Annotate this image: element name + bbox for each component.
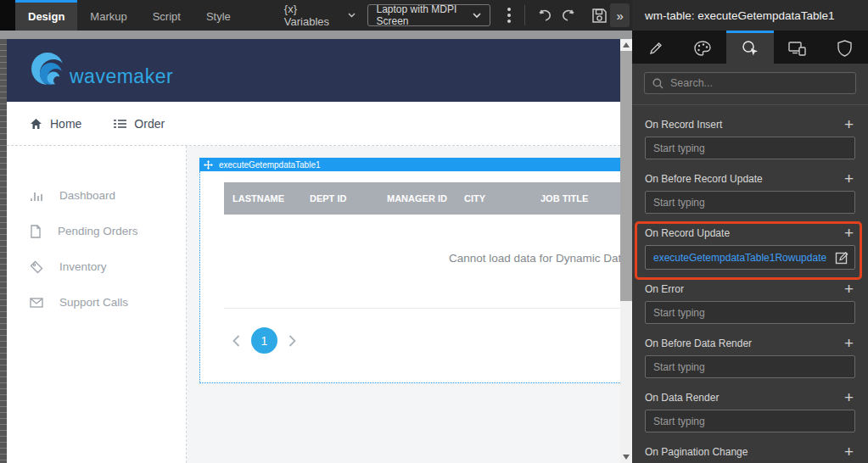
event-input-on-before-record-update[interactable] — [645, 191, 855, 214]
event-input-on-record-insert[interactable] — [645, 137, 855, 159]
sidebar-item-support-calls[interactable]: Support Calls — [7, 295, 186, 310]
event-input-on-record-update[interactable]: executeGetempdataTable1Rowupdate — [645, 245, 855, 270]
add-event-icon[interactable]: + — [843, 282, 855, 295]
event-label: On Error — [645, 283, 684, 295]
page-nav-bar: Home Order — [7, 102, 620, 146]
page-main-area: executeGetempdataTable1 LASTNAME DEPT ID… — [187, 146, 620, 463]
tab-properties[interactable] — [632, 31, 680, 64]
studio-left-region: Design Markup Script Style {x} Variables… — [0, 0, 632, 463]
move-icon[interactable] — [204, 160, 213, 170]
event-input-on-data-render[interactable] — [645, 410, 855, 432]
event-label: On Record Insert — [645, 119, 722, 131]
tab-script[interactable]: Script — [140, 0, 193, 31]
canvas-top-band — [0, 31, 632, 39]
top-toolbar: Design Markup Script Style {x} Variables… — [0, 0, 632, 31]
page-number-button[interactable]: 1 — [251, 327, 277, 354]
column-header[interactable]: ZI — [615, 193, 620, 204]
brand-logo: wavemaker — [25, 47, 173, 93]
sidebar-item-dashboard[interactable]: Dashboard — [7, 188, 186, 203]
search-box[interactable] — [644, 72, 856, 94]
table-header-row: LASTNAME DEPT ID MANAGER ID CITY JOB TIT… — [224, 182, 620, 215]
event-group-on-error: On Error + — [645, 270, 855, 324]
column-header[interactable]: LASTNAME — [224, 193, 301, 204]
selected-table-widget[interactable]: executeGetempdataTable1 LASTNAME DEPT ID… — [199, 158, 620, 383]
vertical-ruler — [0, 39, 7, 463]
previous-page-icon[interactable] — [232, 335, 240, 347]
chevron-down-icon — [473, 13, 481, 19]
column-header[interactable]: DEPT ID — [301, 193, 378, 204]
tab-design[interactable]: Design — [15, 0, 77, 31]
scrollbar-thumb[interactable] — [620, 51, 632, 301]
devices-icon — [788, 41, 807, 56]
document-icon — [30, 225, 42, 238]
page-body: Dashboard Pending Orders I — [7, 146, 620, 463]
brand-name: wavemaker — [70, 65, 173, 88]
widget-selection-bar[interactable]: executeGetempdataTable1 — [199, 158, 620, 171]
event-input-on-error[interactable] — [645, 301, 855, 324]
edit-handler-icon[interactable] — [835, 250, 849, 265]
tag-icon — [30, 260, 43, 274]
expand-panel-button[interactable]: » — [610, 3, 630, 27]
nav-item-order[interactable]: Order — [114, 117, 165, 131]
wavemaker-studio: Design Markup Script Style {x} Variables… — [0, 0, 868, 463]
chevron-down-icon — [348, 13, 356, 18]
event-label: On Pagination Change — [645, 446, 748, 458]
data-table[interactable]: LASTNAME DEPT ID MANAGER ID CITY JOB TIT… — [199, 171, 620, 383]
column-header[interactable]: MANAGER ID — [378, 193, 456, 204]
tab-events[interactable] — [726, 31, 774, 64]
device-selector-dropdown[interactable]: Laptop with MDPI Screen — [367, 4, 491, 26]
scroll-down-icon[interactable] — [623, 455, 630, 460]
search-input[interactable] — [670, 77, 848, 89]
no-data-message: Cannot load data for Dynamic Data — [449, 252, 620, 265]
palette-icon — [694, 41, 711, 56]
add-event-icon[interactable]: + — [843, 226, 855, 239]
add-event-icon[interactable]: + — [843, 391, 855, 404]
sidebar-item-pending-orders[interactable]: Pending Orders — [7, 224, 186, 238]
canvas-scrollbar[interactable] — [620, 39, 632, 463]
event-group-on-data-render: On Data Render + — [645, 378, 855, 432]
list-icon — [114, 119, 126, 129]
widget-name-label: executeGetempdataTable1 — [219, 160, 321, 170]
column-header[interactable]: JOB TITLE — [532, 193, 615, 204]
tab-markup[interactable]: Markup — [77, 0, 139, 31]
add-event-icon[interactable]: + — [843, 172, 855, 185]
scroll-up-icon[interactable] — [623, 42, 630, 47]
sidebar-item-inventory[interactable]: Inventory — [7, 259, 186, 274]
tab-style[interactable]: Style — [193, 0, 244, 31]
add-event-icon[interactable]: + — [843, 337, 855, 349]
panel-title: wm-table: executeGetempdataTable1 — [632, 0, 868, 31]
design-workarea: wavemaker Home Order — [0, 39, 632, 463]
add-event-icon[interactable]: + — [843, 118, 855, 131]
event-handler-link[interactable]: executeGetempdataTable1Rowupdate — [653, 252, 835, 264]
panel-search-area — [632, 64, 868, 105]
nav-item-home[interactable]: Home — [30, 117, 81, 131]
properties-panel: wm-table: executeGetempdataTable1 — [632, 0, 868, 463]
event-group-on-before-record-update: On Before Record Update + — [645, 159, 855, 214]
event-input-on-before-data-render[interactable] — [645, 355, 855, 378]
undo-icon[interactable] — [534, 4, 555, 26]
redo-icon[interactable] — [558, 4, 580, 26]
variables-dropdown[interactable]: {x} Variables — [284, 0, 356, 31]
event-label: On Data Render — [645, 392, 719, 404]
event-group-on-record-update: On Record Update + executeGetempdataTabl… — [645, 214, 855, 270]
add-event-icon[interactable]: + — [843, 445, 855, 458]
kebab-menu-icon[interactable] — [504, 4, 514, 26]
panel-tab-strip — [632, 31, 868, 64]
save-icon[interactable] — [589, 4, 610, 26]
event-label: On Before Record Update — [645, 173, 763, 185]
tab-security[interactable] — [820, 31, 868, 64]
event-group-on-pagination-change: On Pagination Change + — [645, 432, 855, 463]
event-label: On Before Data Render — [645, 337, 752, 349]
design-canvas[interactable]: wavemaker Home Order — [7, 39, 620, 463]
event-group-on-before-data-render: On Before Data Render + — [645, 324, 855, 378]
search-icon — [652, 78, 664, 89]
column-header[interactable]: CITY — [456, 193, 532, 204]
page-header-navy: wavemaker — [7, 39, 620, 102]
bar-chart-icon — [30, 189, 43, 202]
toolbar-separator — [524, 5, 525, 25]
next-page-icon[interactable] — [288, 335, 296, 347]
page-sidebar: Dashboard Pending Orders I — [7, 146, 187, 463]
events-icon — [741, 40, 759, 57]
tab-devices[interactable] — [774, 31, 821, 64]
tab-styles[interactable] — [680, 31, 727, 64]
